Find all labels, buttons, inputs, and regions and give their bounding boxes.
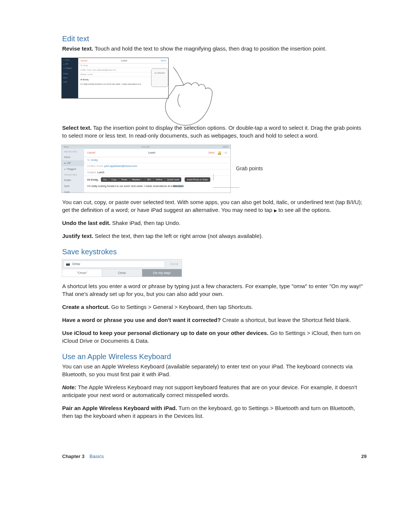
heading-save-keystrokes: Save keystrokes	[62, 246, 367, 257]
para-dont: Have a word or phrase you use and don't …	[62, 316, 367, 324]
lead-revise: Revise text.	[62, 45, 93, 52]
menu-biu: B/U	[145, 177, 154, 182]
para-pair: Pair an Apple Wireless Keyboard with iPa…	[62, 404, 367, 420]
compose-pane: Cancel Lunch Send 🔔 ✉︎ To: Emily Cc/Bcc,…	[84, 149, 230, 193]
message-input: 📷 Omw	[64, 261, 165, 268]
input-text: Omw	[72, 262, 80, 267]
figure-selection: iPad 9:41 AM 100% MAILBOXES Inbox VIP Fl…	[61, 145, 367, 193]
triangle-icon: ▶	[274, 208, 277, 213]
figure-magnifier: Inbox VIP Flagged Drafts Sent Junk Cance…	[61, 58, 367, 117]
menu-quote: Quote Level	[165, 177, 181, 182]
menu-replace: Replace…	[130, 177, 145, 182]
para-shortcut: A shortcut lets you enter a word or phra…	[62, 282, 367, 298]
compose-title: Lunch	[121, 59, 127, 62]
body-undo: Shake iPad, then tap Undo.	[111, 220, 181, 226]
to-label: To:	[87, 159, 91, 161]
camera-icon: 📷	[66, 262, 70, 267]
status-time: 9:41 AM	[141, 145, 150, 148]
lead-note: Note:	[62, 384, 76, 390]
sidebar-sent: Sent	[62, 76, 78, 80]
para-undo: Undo the last edit. Shake iPad, then tap…	[62, 219, 367, 227]
para-cut: You can cut, copy, or paste over selecte…	[62, 198, 367, 214]
cancel-button: Cancel	[87, 151, 95, 155]
body-justify: Select the text, then tap the left or ri…	[93, 233, 263, 239]
mail-sidebar: Inbox VIP Flagged Drafts Sent Junk	[62, 58, 78, 98]
menu-define: Define	[154, 177, 165, 182]
to-field: To: Emily	[78, 64, 168, 68]
para-revise: Revise text. Touch and hold the text to …	[62, 45, 367, 52]
body-line: I'm really looking forward to our lunch …	[84, 183, 230, 189]
sidebar-junk: Junk	[62, 80, 78, 84]
footer-basics: Basics	[90, 454, 104, 459]
heading-edit-text: Edit text	[62, 33, 367, 44]
sidebar-inbox: Inbox	[62, 58, 78, 62]
body-revise: Touch and hold the text to show the magn…	[93, 45, 326, 52]
cancel-button: Cancel	[80, 59, 87, 62]
trash-icon: ✉︎	[224, 151, 227, 155]
callout-line-h	[213, 180, 239, 188]
sidebar-vip: VIP	[62, 160, 84, 166]
send-button: Send	[161, 59, 166, 62]
para-justify: Justify text. Select the text, then tap …	[62, 232, 367, 240]
lead-justify: Justify text.	[62, 233, 93, 239]
sidebar-vip: VIP	[62, 62, 78, 66]
sidebar-drafts: Drafts	[62, 177, 84, 183]
sidebar-sent: Sent	[62, 183, 84, 189]
lead-create: Create a shortcut.	[62, 304, 110, 310]
para-note: Note: The Apple Wireless Keyboard may no…	[62, 383, 367, 399]
menu-insert: Insert Photo or Video	[185, 177, 210, 182]
sidebar-section2: MAILBOXES	[62, 172, 84, 177]
suggestion-2: Omw	[102, 269, 142, 277]
status-left: iPad	[64, 145, 68, 148]
footer-page: 29	[361, 453, 367, 460]
sidebar-inbox: Inbox	[62, 154, 84, 160]
send-button: Send	[208, 151, 214, 155]
para-create: Create a shortcut. Go to Settings > Gene…	[62, 303, 367, 311]
greeting: Hi Emily,	[87, 178, 99, 182]
para-icloud: Use iCloud to keep your personal diction…	[62, 329, 367, 345]
sidebar-drafts: Drafts	[62, 72, 78, 76]
menu-copy: Copy	[109, 177, 119, 182]
callout-grab-points: Grab points	[236, 165, 263, 173]
bell-icon: 🔔	[217, 151, 221, 155]
mail-sidebar: MAILBOXES Inbox VIP Flagged MAILBOXES Dr…	[62, 149, 84, 193]
body-text: I'm really looking forward to our lunch …	[87, 185, 173, 187]
context-menu: Cut Copy Paste Replace… B/U Define Quote…	[101, 177, 181, 182]
menu-cut: Cut	[101, 177, 109, 182]
compose-title: Lunch	[148, 151, 155, 155]
callout-line-v	[213, 174, 214, 180]
suggestion-1: "Omw"	[62, 269, 102, 277]
body-dont: Create a shortcut, but leave the Shortcu…	[221, 317, 351, 323]
lead-undo: Undo the last edit.	[62, 220, 111, 226]
subject-label: Subject:	[87, 171, 97, 174]
menu-paste: Paste	[119, 177, 130, 182]
lead-select: Select text.	[62, 125, 92, 131]
selected-word: Mandarin	[173, 185, 184, 187]
quicktype-bar: "Omw" Omw On my way!	[62, 269, 182, 277]
heading-wireless: Use an Apple Wireless Keyboard	[62, 351, 367, 362]
footer-chapter: Chapter 3	[62, 454, 84, 459]
cc-value: john.appleseed@icloud.com	[104, 165, 137, 167]
lead-dont: Have a word or phrase you use and don't …	[62, 317, 221, 323]
sidebar-section: MAILBOXES	[62, 149, 84, 154]
sidebar-flagged: Flagged	[62, 166, 84, 172]
para-wk1: You can use an Apple Wireless Keyboard (…	[62, 362, 367, 378]
compose-pane: Cancel Lunch Send To: Emily Cc/Bcc, From…	[78, 58, 168, 98]
to-value: Emily	[91, 159, 98, 161]
lead-icloud: Use iCloud to keep your personal diction…	[62, 330, 268, 336]
ipad-mail-compose-selection: iPad 9:41 AM 100% MAILBOXES Inbox VIP Fl…	[61, 145, 231, 193]
figure-shortcut: 📷 Omw Send "Omw" Omw On my way!	[62, 259, 182, 277]
suggestion-3: On my way!	[142, 269, 182, 277]
status-battery: 100%	[223, 145, 228, 148]
sidebar-flagged: Flagged	[62, 66, 78, 70]
subject-value: Lunch	[97, 171, 104, 174]
send-label: Send	[166, 259, 182, 269]
body-note: The Apple Wireless Keyboard may not supp…	[62, 384, 357, 398]
hand-illustration	[172, 58, 223, 117]
sidebar-junk: Junk	[62, 189, 84, 195]
cc-label: Cc/Bcc, From:	[87, 165, 104, 167]
page-footer: Chapter 3 Basics 29	[62, 453, 367, 460]
lead-pair: Pair an Apple Wireless Keyboard with iPa…	[62, 405, 177, 411]
body-cut-b: to see all the options.	[277, 207, 331, 213]
ipad-mail-compose-small: Inbox VIP Flagged Drafts Sent Junk Cance…	[61, 58, 169, 99]
